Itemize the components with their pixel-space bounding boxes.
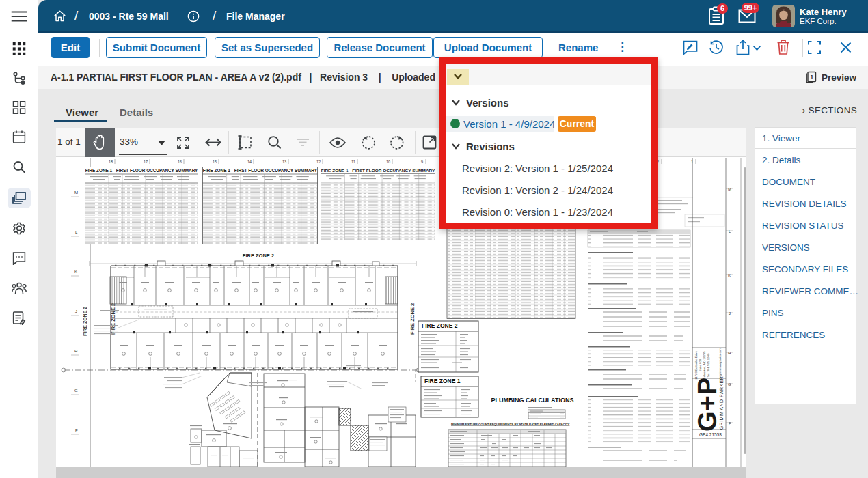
svg-text:Calverton, MD 20705: Calverton, MD 20705	[703, 351, 706, 380]
svg-text:K: K	[74, 270, 77, 274]
svg-text:FIRE ZONE 2: FIRE ZONE 2	[422, 322, 458, 329]
svg-text:PLUMBING CALCULATIONS: PLUMBING CALCULATIONS	[491, 397, 574, 404]
svg-text:GP# 21553: GP# 21553	[699, 432, 722, 437]
svg-text:L: L	[729, 229, 731, 234]
svg-text:M: M	[728, 187, 731, 191]
svg-text:14: 14	[247, 160, 252, 164]
svg-text:F: F	[75, 428, 78, 432]
svg-text:J: J	[729, 311, 731, 315]
svg-text:18: 18	[109, 160, 113, 164]
svg-text:J: J	[75, 309, 77, 313]
svg-text:M: M	[74, 191, 78, 195]
svg-text:12: 12	[316, 160, 321, 164]
svg-text:FIRE ZONE 1: FIRE ZONE 1	[424, 378, 461, 384]
svg-text:Suite 600: Suite 600	[699, 358, 702, 371]
svg-text:13: 13	[282, 160, 286, 164]
svg-text:H: H	[74, 349, 77, 353]
svg-text:1: 1	[810, 74, 813, 81]
svg-text:Tel: 301.595.1000: Tel: 301.595.1000	[707, 353, 710, 377]
svg-text:15: 15	[213, 160, 217, 164]
svg-text:L: L	[75, 230, 78, 234]
svg-text:G: G	[728, 382, 731, 386]
svg-text:G: G	[74, 389, 78, 393]
svg-text:K: K	[728, 273, 731, 277]
svg-text:H: H	[728, 351, 731, 355]
svg-text:10: 10	[386, 160, 390, 164]
svg-text:GRIMM AND PARKER: GRIMM AND PARKER	[719, 376, 724, 430]
svg-text:MINIMUM FIXTURE COUNT REQUIREM: MINIMUM FIXTURE COUNT REQUIREMENTS BY ST…	[451, 423, 570, 426]
svg-text:G+P: G+P	[693, 377, 722, 432]
svg-text:FIRE ZONE 2: FIRE ZONE 2	[409, 303, 416, 335]
svg-text:1: 1	[691, 160, 693, 164]
svg-text:16: 16	[178, 160, 182, 164]
svg-text:17: 17	[144, 160, 148, 164]
svg-text:11720 Beltsville Drive: 11720 Beltsville Drive	[694, 351, 698, 380]
svg-text:F: F	[729, 421, 731, 425]
svg-text:FIRE ZONE 2: FIRE ZONE 2	[83, 307, 87, 336]
svg-text:11: 11	[351, 160, 355, 164]
svg-text:FIRE ZONE 2: FIRE ZONE 2	[243, 253, 274, 259]
svg-text:9: 9	[421, 160, 423, 164]
